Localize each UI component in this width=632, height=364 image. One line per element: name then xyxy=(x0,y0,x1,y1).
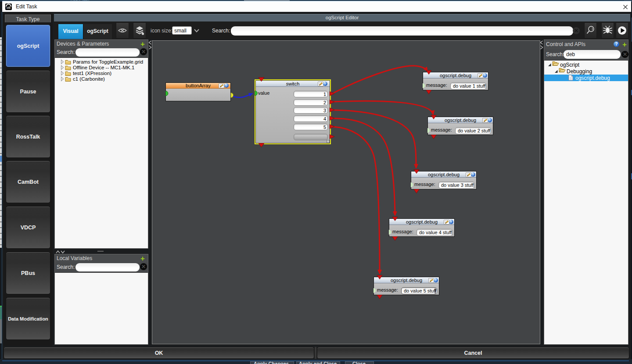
svg-text:oB: oB xyxy=(7,6,11,9)
